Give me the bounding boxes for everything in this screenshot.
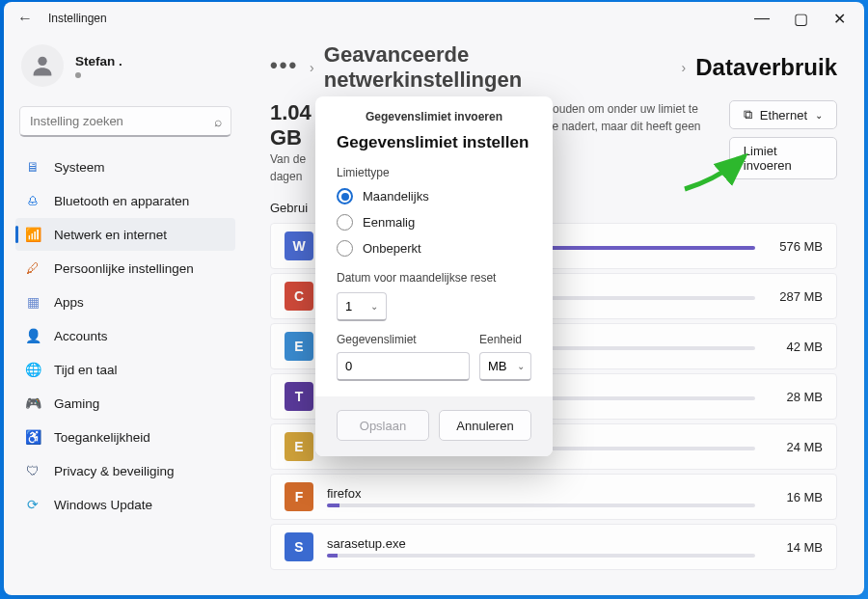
reset-date-label: Datum voor maandelijkse reset — [315, 261, 553, 288]
radio-option[interactable]: Onbeperkt — [337, 235, 531, 261]
limit-type-group: MaandelijksEenmaligOnbeperkt — [315, 183, 553, 261]
radio-label: Maandelijks — [363, 189, 429, 204]
data-limit-dialog: Gegevenslimiet invoeren Gegevenslimiet i… — [315, 96, 553, 456]
reset-date-select[interactable]: 1 ⌄ — [337, 292, 387, 321]
radio-option[interactable]: Eenmalig — [337, 209, 531, 235]
radio-label: Onbeperkt — [363, 241, 421, 256]
radio-label: Eenmalig — [363, 215, 415, 230]
radio-icon — [337, 214, 353, 231]
unit-select[interactable]: MB ⌄ — [479, 352, 531, 381]
modal-overlay: Gegevenslimiet invoeren Gegevenslimiet i… — [0, 0, 868, 599]
data-limit-label: Gegevenslimiet — [337, 333, 470, 346]
limit-type-label: Limiettype — [315, 156, 553, 183]
radio-icon — [337, 240, 353, 257]
cancel-button[interactable]: Annuleren — [439, 410, 531, 441]
dialog-title: Gegevenslimiet instellen — [315, 123, 553, 156]
chevron-down-icon: ⌄ — [370, 301, 378, 312]
radio-icon — [337, 188, 353, 204]
chevron-down-icon: ⌄ — [517, 361, 525, 371]
dialog-pretitle: Gegevenslimiet invoeren — [315, 96, 553, 123]
save-button[interactable]: Opslaan — [337, 410, 429, 441]
radio-option[interactable]: Maandelijks — [337, 183, 531, 209]
data-limit-input[interactable]: 0 — [337, 352, 470, 381]
unit-label: Eenheid — [479, 333, 531, 346]
